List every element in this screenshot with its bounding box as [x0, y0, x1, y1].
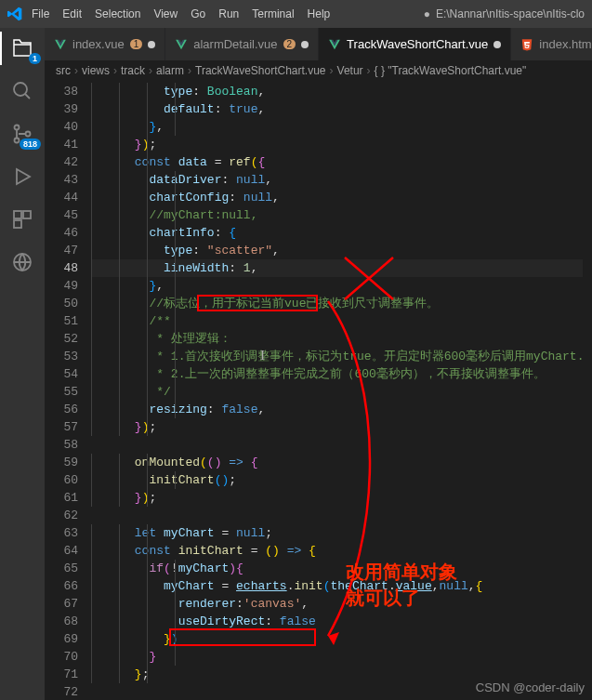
tab-label: index.html [539, 37, 592, 51]
svg-point-0 [14, 83, 27, 96]
explorer-badge: 1 [29, 53, 41, 64]
code-line[interactable]: const initChart = () => { [91, 542, 592, 560]
vue-file-icon [54, 38, 67, 51]
code-line[interactable]: * 处理逻辑： [91, 330, 592, 348]
svg-line-1 [25, 94, 30, 99]
code-line[interactable]: useDirtyRect: false [91, 613, 592, 630]
run-debug-icon[interactable] [11, 165, 33, 188]
activity-bar: 1 818 [0, 28, 45, 700]
tab-badge: 1 [130, 39, 143, 49]
menu-view[interactable]: View [153, 7, 178, 20]
tab-badge: 2 [283, 39, 296, 49]
window-title: ●E:\Nannar\nItis-space\nItis-clo [424, 7, 585, 20]
editor-tabs: index.vue1alarmDetail.vue2TrackWaveShort… [45, 28, 592, 60]
svg-marker-5 [17, 169, 30, 184]
code-line[interactable]: //myChart:null, [91, 206, 592, 224]
code-line[interactable]: const data = ref({ [91, 153, 592, 171]
breadcrumb-item[interactable]: views [82, 64, 110, 77]
code-line[interactable]: }) [91, 630, 592, 648]
code-line[interactable] [91, 507, 592, 524]
code-line[interactable]: * 1.首次接收到调整事件，标记为true。开启定时器600毫秒后调用myCha… [91, 348, 592, 365]
tab-label: TrackWaveShortChart.vue [347, 37, 488, 51]
code-line[interactable]: */ [91, 383, 592, 401]
vue-file-icon [328, 38, 341, 51]
menu-edit[interactable]: Edit [62, 7, 82, 20]
breadcrumb-item[interactable]: alarm [156, 64, 184, 77]
code-line[interactable]: dataDriver: null, [91, 171, 592, 189]
breadcrumb-item[interactable]: TrackWaveShortChart.vue [195, 64, 326, 77]
code-line[interactable]: /** [91, 312, 592, 330]
svg-rect-8 [14, 220, 21, 228]
tab-alarmDetail-vue[interactable]: alarmDetail.vue2 [165, 28, 319, 60]
breadcrumb-item[interactable]: Vetur [337, 64, 363, 77]
dirty-indicator-icon [493, 41, 501, 48]
watermark: CSDN @coder-daily [476, 680, 585, 694]
svg-point-4 [26, 132, 31, 137]
code-line[interactable]: type: Boolean, [91, 83, 592, 100]
tab-index-vue[interactable]: index.vue1 [45, 28, 165, 60]
code-line[interactable]: renderer:'canvas', [91, 595, 592, 613]
source-control-icon[interactable]: 818 [11, 123, 33, 145]
menu-file[interactable]: File [32, 7, 49, 20]
menu-run[interactable]: Run [218, 7, 239, 20]
tab-index-html[interactable]: index.html× [511, 28, 592, 60]
code-line[interactable]: //标志位，用于标记当前vue已接收到尺寸调整事件。 [91, 295, 592, 312]
explorer-icon[interactable]: 1 [11, 37, 33, 59]
tab-TrackWaveShortChart-vue[interactable]: TrackWaveShortChart.vue [319, 28, 511, 60]
tab-label: alarmDetail.vue [193, 37, 277, 51]
code-line[interactable]: type: "scatter", [91, 242, 592, 259]
code-line[interactable]: myChart = echarts.init(theChart.value,nu… [91, 577, 592, 595]
code-line[interactable]: if(!myChart){ [91, 560, 592, 577]
breadcrumb-item[interactable]: track [121, 64, 145, 77]
vscode-logo-icon [7, 7, 22, 21]
code-line[interactable]: let myChart = null; [91, 524, 592, 542]
code-line[interactable]: }); [91, 489, 592, 507]
scm-badge: 818 [20, 139, 41, 150]
code-editor[interactable]: 3839404142434445464748495051525354555657… [45, 81, 592, 700]
code-line[interactable]: }, [91, 118, 592, 136]
text-cursor-icon: I [260, 348, 265, 363]
search-icon[interactable] [11, 80, 33, 102]
code-content[interactable]: type: Boolean, default: true, }, }); con… [91, 81, 592, 700]
html-file-icon [520, 38, 533, 51]
code-line[interactable]: } [91, 648, 592, 666]
code-line[interactable]: chartConfig: null, [91, 189, 592, 206]
remote-icon[interactable] [11, 251, 33, 273]
code-line[interactable]: initChart(); [91, 471, 592, 489]
breadcrumb-item[interactable]: { } "TrackWaveShortChart.vue" [375, 64, 527, 77]
svg-point-2 [15, 125, 20, 130]
code-line[interactable]: }, [91, 277, 592, 295]
menu-selection[interactable]: Selection [95, 7, 140, 20]
breadcrumb-item[interactable]: src [56, 64, 71, 77]
code-line[interactable] [91, 436, 592, 454]
code-line[interactable]: chartInfo: { [91, 224, 592, 242]
code-line[interactable]: onMounted(() => { [91, 454, 592, 471]
code-line[interactable]: default: true, [91, 100, 592, 118]
menu-help[interactable]: Help [308, 7, 331, 20]
code-line[interactable]: lineWidth: 1, [91, 259, 592, 277]
extensions-icon[interactable] [11, 208, 33, 231]
menu-terminal[interactable]: Terminal [252, 7, 294, 20]
tab-label: index.vue [72, 37, 125, 51]
code-line[interactable]: * 2.上一次的调整整事件完成之前（600毫秒内），不再接收调整事件。 [91, 365, 592, 383]
svg-rect-6 [14, 211, 21, 218]
vue-file-icon [175, 38, 188, 51]
dirty-indicator-icon [301, 41, 309, 48]
minimap[interactable] [583, 81, 592, 700]
code-line[interactable]: }); [91, 418, 592, 436]
svg-rect-7 [23, 211, 31, 218]
code-line[interactable]: resizing: false, [91, 401, 592, 418]
menu-go[interactable]: Go [191, 7, 205, 20]
menu-bar: FileEditSelectionViewGoRunTerminalHelp [32, 7, 330, 20]
line-gutter: 3839404142434445464748495051525354555657… [45, 81, 91, 700]
code-line[interactable]: }); [91, 136, 592, 153]
dirty-indicator-icon [148, 41, 155, 48]
breadcrumbs[interactable]: src›views›track›alarm›TrackWaveShortChar… [45, 60, 592, 81]
svg-point-3 [15, 139, 20, 143]
titlebar: FileEditSelectionViewGoRunTerminalHelp ●… [0, 0, 592, 28]
